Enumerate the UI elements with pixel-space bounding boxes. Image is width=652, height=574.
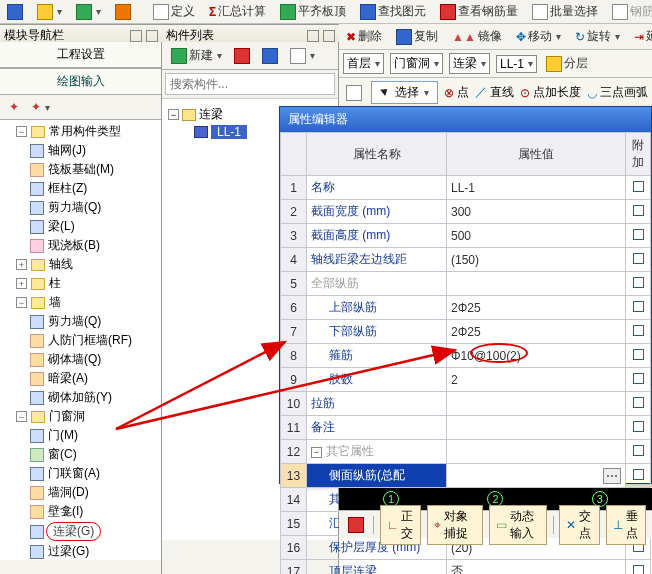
tree-item[interactable]: 墙洞(D): [46, 484, 91, 501]
prop-value[interactable]: [447, 440, 626, 464]
prop-value[interactable]: 2: [447, 368, 626, 392]
tree-item[interactable]: 轴线: [47, 256, 75, 273]
collapse-icon[interactable]: −: [168, 109, 179, 120]
flatten-button[interactable]: 平齐板顶: [277, 1, 349, 22]
tree-item[interactable]: 筏板基础(M): [46, 161, 116, 178]
extra-check[interactable]: [626, 344, 651, 368]
new-button[interactable]: 新建: [168, 45, 225, 66]
collapse-icon[interactable]: −: [16, 297, 27, 308]
tree-item-lintel[interactable]: 连梁(G): [46, 522, 101, 541]
group-select[interactable]: 门窗洞: [390, 53, 443, 74]
mid-tool-3[interactable]: [259, 45, 281, 66]
tool-undo[interactable]: [343, 83, 365, 103]
point-tool[interactable]: ⊗点: [444, 84, 469, 101]
collapse-icon[interactable]: −: [16, 126, 27, 137]
checkbox-icon[interactable]: [633, 565, 644, 575]
prop-name[interactable]: 截面宽度 (mm): [307, 200, 447, 224]
tree-item[interactable]: 过梁(G): [46, 543, 91, 560]
prop-name[interactable]: 全部纵筋: [307, 272, 447, 296]
expand-icon[interactable]: +: [16, 259, 27, 270]
tree-item[interactable]: 壁龛(I): [46, 503, 85, 520]
extend-button[interactable]: ⇥延: [631, 26, 652, 47]
extra-check[interactable]: [626, 368, 651, 392]
mid-tool-4[interactable]: [287, 45, 318, 66]
tb-mini-4[interactable]: [112, 2, 134, 22]
prop-value[interactable]: [447, 416, 626, 440]
tb-mini-3[interactable]: [73, 2, 104, 22]
instance-select[interactable]: LL-1: [496, 55, 537, 73]
select-button[interactable]: 选择: [371, 81, 438, 104]
perp-button[interactable]: ⊥垂点: [606, 505, 646, 545]
tree-item[interactable]: 框柱(Z): [46, 180, 89, 197]
prop-name[interactable]: 名称: [307, 176, 447, 200]
prop-value[interactable]: 否: [447, 560, 626, 575]
osnap-button[interactable]: ⌖对象捕捉: [427, 505, 482, 545]
prop-name[interactable]: 轴线距梁左边线距: [307, 248, 447, 272]
prop-value[interactable]: 2Φ25: [447, 296, 626, 320]
proj-settings-tab[interactable]: 工程设置: [0, 42, 161, 68]
tb-mini-1[interactable]: [4, 2, 26, 22]
tree-item[interactable]: 门窗洞: [47, 408, 87, 425]
checkbox-icon[interactable]: [633, 421, 644, 432]
prop-value[interactable]: LL-1: [447, 176, 626, 200]
define-button[interactable]: 定义: [150, 1, 198, 22]
tree-item-selected[interactable]: LL-1: [211, 125, 247, 139]
prop-value[interactable]: [447, 272, 626, 296]
pin-icon[interactable]: [307, 30, 319, 42]
ptlen-tool[interactable]: ⊙点加长度: [520, 84, 581, 101]
checkbox-icon[interactable]: [633, 229, 644, 240]
checkbox-icon[interactable]: [633, 301, 644, 312]
delete-button[interactable]: ✖删除: [343, 26, 385, 47]
window-title[interactable]: 属性编辑器: [280, 107, 651, 132]
extra-check[interactable]: [626, 248, 651, 272]
prop-value[interactable]: (150): [447, 248, 626, 272]
close-icon[interactable]: [323, 30, 335, 42]
extra-check[interactable]: [626, 176, 651, 200]
sumcalc-button[interactable]: Σ汇总计算: [206, 1, 269, 22]
extra-check[interactable]: [626, 464, 651, 488]
prop-value[interactable]: 2Φ25: [447, 320, 626, 344]
tree-item[interactable]: 门(M): [46, 427, 80, 444]
layer-button[interactable]: 分层: [543, 53, 591, 74]
tree-item[interactable]: 墙: [47, 294, 63, 311]
tree-item[interactable]: 梁(L): [46, 218, 77, 235]
checkbox-icon[interactable]: [633, 205, 644, 216]
checkbox-icon[interactable]: [633, 445, 644, 456]
prop-name[interactable]: 拉筋: [307, 392, 447, 416]
extra-check[interactable]: [626, 320, 651, 344]
tree-item[interactable]: 剪力墙(Q): [46, 313, 103, 330]
tree-item[interactable]: 剪力墙(Q): [46, 199, 103, 216]
dyninput-button[interactable]: ▭动态输入: [489, 505, 547, 545]
line-tool[interactable]: ／直线: [475, 84, 514, 101]
copy-button[interactable]: 复制: [393, 26, 441, 47]
prop-name[interactable]: 截面高度 (mm): [307, 224, 447, 248]
prop-name[interactable]: 下部纵筋: [307, 320, 447, 344]
close-icon[interactable]: [146, 30, 158, 42]
floor-select[interactable]: 首层: [343, 53, 384, 74]
checkbox-icon[interactable]: [633, 253, 644, 264]
prop-name[interactable]: 上部纵筋: [307, 296, 447, 320]
mid-tool-2[interactable]: [231, 45, 253, 66]
findprim-button[interactable]: 查找图元: [357, 1, 429, 22]
arc3pt-tool[interactable]: ◡三点画弧: [587, 84, 648, 101]
extra-check[interactable]: [626, 416, 651, 440]
property-editor-window[interactable]: 属性编辑器 属性名称 属性值 附加 1名称LL-12截面宽度 (mm)3003截…: [279, 106, 652, 484]
tree-item[interactable]: 人防门框墙(RF): [46, 332, 134, 349]
prop-name[interactable]: 箍筋: [307, 344, 447, 368]
tree-item[interactable]: 柱: [47, 275, 63, 292]
draw-input-tab[interactable]: 绘图输入: [0, 68, 161, 95]
tree-item[interactable]: 暗梁(A): [46, 370, 90, 387]
checksteel-button[interactable]: 查看钢筋量: [437, 1, 521, 22]
tb-mini-2[interactable]: [34, 2, 65, 22]
component-tree[interactable]: −常用构件类型 轴网(J) 筏板基础(M) 框柱(Z) 剪力墙(Q) 梁(L) …: [0, 120, 161, 560]
expand-icon[interactable]: +: [16, 278, 27, 289]
prop-name[interactable]: 备注: [307, 416, 447, 440]
type-select[interactable]: 连梁: [449, 53, 490, 74]
checkbox-icon[interactable]: [633, 469, 644, 480]
prop-name[interactable]: 肢数: [307, 368, 447, 392]
prop-name[interactable]: 顶层连梁: [307, 560, 447, 575]
extra-check[interactable]: [626, 200, 651, 224]
checkbox-icon[interactable]: [633, 277, 644, 288]
prop-name[interactable]: 侧面纵筋(总配: [307, 464, 447, 488]
extra-check[interactable]: [626, 296, 651, 320]
